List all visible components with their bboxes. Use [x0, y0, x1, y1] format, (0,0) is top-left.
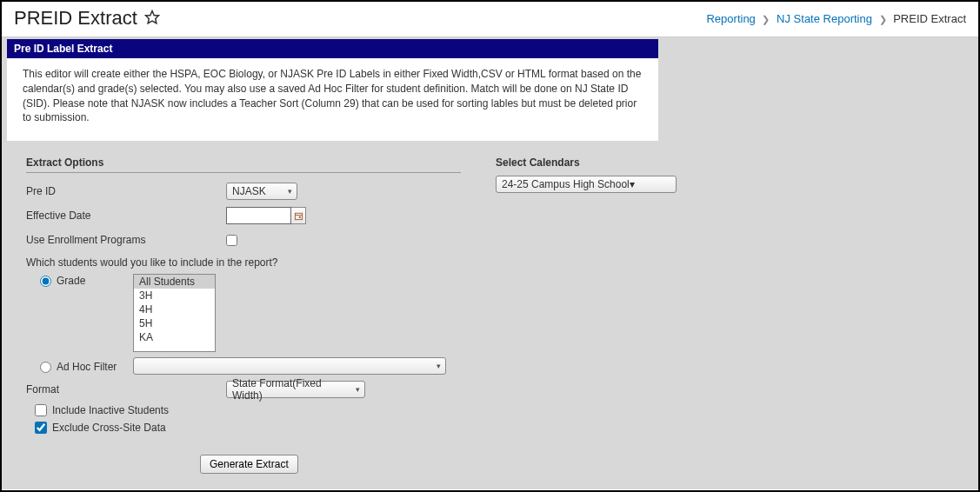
svg-rect-3 [298, 216, 300, 218]
effective-date-label: Effective Date [26, 209, 226, 222]
left-column: Extract Options Pre ID NJASK ▾ Effective… [26, 156, 461, 474]
chevron-down-icon: ▾ [630, 178, 635, 190]
calendar-value: 24-25 Campus High School [502, 178, 630, 190]
page-title: PREID Extract [14, 7, 137, 30]
students-question: Which students would you like to include… [26, 256, 461, 269]
grade-radio-label: Grade [57, 274, 133, 287]
preid-select[interactable]: NJASK ▾ [226, 183, 297, 200]
row-include-inactive: Include Inactive Students [35, 404, 461, 416]
adhoc-radio-label: Ad Hoc Filter [57, 360, 133, 373]
grade-listbox[interactable]: All Students 3H 4H 5H KA [133, 274, 216, 352]
generate-extract-button[interactable]: Generate Extract [200, 455, 298, 474]
adhoc-select[interactable]: ▾ [133, 357, 446, 375]
grade-option[interactable]: 4H [134, 303, 215, 316]
calendar-button[interactable] [291, 207, 306, 224]
row-use-enrollment: Use Enrollment Programs [26, 230, 461, 249]
effective-date-input[interactable] [226, 207, 291, 224]
adhoc-radio[interactable] [40, 362, 51, 373]
extract-options-label: Extract Options [26, 156, 461, 173]
grade-option[interactable]: 5H [134, 316, 215, 330]
row-preid: Pre ID NJASK ▾ [26, 182, 461, 201]
preid-value: NJASK [232, 185, 266, 197]
right-column: Select Calendars 24-25 Campus High Schoo… [496, 156, 722, 474]
radio-row-adhoc: Ad Hoc Filter ▾ [26, 357, 461, 375]
chevron-down-icon: ▾ [437, 362, 441, 370]
calendar-select[interactable]: 24-25 Campus High School ▾ [496, 176, 677, 193]
breadcrumb-link-nj-state-reporting[interactable]: NJ State Reporting [777, 12, 872, 25]
svg-rect-1 [295, 213, 302, 219]
include-inactive-label: Include Inactive Students [52, 404, 169, 416]
grade-radio[interactable] [40, 276, 51, 287]
grade-option[interactable]: KA [134, 330, 215, 344]
body-area: Pre ID Label Extract This editor will cr… [2, 37, 978, 489]
page-header: PREID Extract Reporting ❯ NJ State Repor… [2, 2, 978, 37]
exclude-crosssite-checkbox[interactable] [35, 422, 47, 434]
panel: Pre ID Label Extract This editor will cr… [7, 39, 658, 141]
include-inactive-checkbox[interactable] [35, 404, 47, 416]
breadcrumb-link-reporting[interactable]: Reporting [706, 12, 755, 25]
favorite-star-icon[interactable] [144, 10, 160, 28]
breadcrumb: Reporting ❯ NJ State Reporting ❯ PREID E… [706, 12, 966, 25]
chevron-down-icon: ▾ [356, 385, 360, 394]
calendar-icon [294, 211, 303, 221]
exclude-crosssite-label: Exclude Cross-Site Data [52, 422, 166, 434]
panel-description: This editor will create either the HSPA,… [7, 58, 658, 141]
row-format: Format State Format(Fixed Width) ▾ [26, 380, 461, 399]
use-enrollment-checkbox[interactable] [226, 235, 237, 246]
chevron-right-icon: ❯ [876, 14, 890, 24]
grade-option[interactable]: 3H [134, 289, 215, 303]
svg-marker-0 [145, 10, 158, 23]
row-effective-date: Effective Date [26, 206, 461, 225]
use-enrollment-label: Use Enrollment Programs [26, 234, 226, 246]
grade-option[interactable]: All Students [134, 275, 215, 289]
title-wrap: PREID Extract [14, 7, 160, 30]
row-exclude-crosssite: Exclude Cross-Site Data [35, 422, 461, 434]
format-value: State Format(Fixed Width) [232, 377, 349, 402]
radio-row-grade: Grade All Students 3H 4H 5H KA [26, 274, 461, 352]
select-calendars-label: Select Calendars [496, 156, 722, 172]
chevron-down-icon: ▾ [288, 187, 292, 196]
format-select[interactable]: State Format(Fixed Width) ▾ [226, 381, 365, 398]
format-label: Format [26, 383, 226, 396]
form-wrap: Extract Options Pre ID NJASK ▾ Effective… [2, 141, 978, 474]
chevron-right-icon: ❯ [758, 14, 773, 24]
preid-label: Pre ID [26, 185, 226, 197]
breadcrumb-current: PREID Extract [893, 12, 966, 25]
panel-header: Pre ID Label Extract [7, 39, 658, 58]
